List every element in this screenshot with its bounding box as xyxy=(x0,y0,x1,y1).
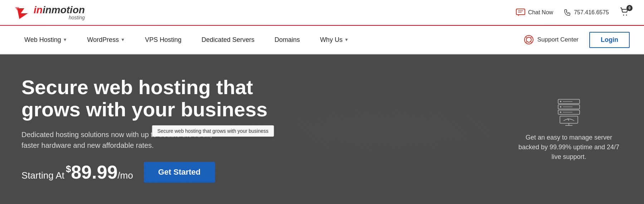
hero-section: Secure web hosting that grows with your … xyxy=(0,54,644,204)
nav-item-why-us[interactable]: Why Us ▼ xyxy=(310,25,358,54)
nav-item-web-hosting[interactable]: Web Hosting ▼ xyxy=(14,25,77,54)
get-started-button[interactable]: Get Started xyxy=(144,162,215,183)
chevron-down-icon: ▼ xyxy=(344,37,348,42)
top-bar: ininmotion hosting Chat Now 757.416.6575… xyxy=(0,0,644,25)
svg-rect-23 xyxy=(560,116,578,123)
hero-title: Secure web hosting that grows with your … xyxy=(21,76,272,120)
chat-now-link[interactable]: Chat Now xyxy=(516,9,553,16)
nav-item-wordpress[interactable]: WordPress ▼ xyxy=(77,25,135,54)
svg-line-11 xyxy=(530,37,532,38)
phone-number: 757.416.6575 xyxy=(574,9,609,16)
hero-price: $89.99/mo xyxy=(66,161,133,183)
svg-point-17 xyxy=(560,101,561,102)
svg-point-7 xyxy=(626,14,627,15)
svg-line-10 xyxy=(526,37,527,38)
support-center-label: Support Center xyxy=(537,36,579,43)
svg-line-13 xyxy=(530,42,532,43)
nav-item-dedicated-servers[interactable]: Dedicated Servers xyxy=(191,25,264,54)
svg-rect-2 xyxy=(516,9,525,15)
hero-right-panel: Get an easy to manage server backed by 9… xyxy=(515,98,623,162)
price-symbol: $ xyxy=(66,163,71,174)
svg-marker-0 xyxy=(17,8,28,19)
nav-label-dedicated-servers: Dedicated Servers xyxy=(201,36,254,44)
logo-text: ininmotion hosting xyxy=(34,5,85,20)
support-center-link[interactable]: Support Center xyxy=(517,35,586,45)
logo-icon xyxy=(14,5,31,20)
nav-label-wordpress: WordPress xyxy=(87,36,119,44)
svg-line-26 xyxy=(568,118,569,121)
logo-brand: ininmotion xyxy=(34,5,85,15)
login-button[interactable]: Login xyxy=(589,32,630,48)
nav-label-domains: Domains xyxy=(274,36,300,44)
hero-price-row: Starting At $89.99/mo Get Started xyxy=(21,161,272,183)
chevron-down-icon: ▼ xyxy=(63,37,67,42)
nav-label-why-us: Why Us xyxy=(320,36,342,44)
nav-bar: Web Hosting ▼ WordPress ▼ VPS Hosting De… xyxy=(0,26,644,54)
starting-at-label: Starting At xyxy=(21,170,64,181)
nav-label-vps-hosting: VPS Hosting xyxy=(145,36,181,44)
svg-point-8 xyxy=(525,35,533,44)
svg-line-12 xyxy=(526,42,527,43)
hero-right-description: Get an easy to manage server backed by 9… xyxy=(515,133,623,162)
cart-badge: 0 xyxy=(626,5,633,11)
chat-now-label: Chat Now xyxy=(528,9,553,16)
cart-button[interactable]: 0 xyxy=(620,7,630,18)
chat-icon xyxy=(516,9,525,16)
svg-point-19 xyxy=(560,112,561,113)
server-icon xyxy=(553,98,585,126)
hero-price-block: Starting At $89.99/mo xyxy=(21,161,133,183)
nav-label-web-hosting: Web Hosting xyxy=(24,36,61,44)
support-icon xyxy=(524,35,534,45)
nav-item-vps-hosting[interactable]: VPS Hosting xyxy=(135,25,191,54)
phone-link[interactable]: 757.416.6575 xyxy=(564,9,609,16)
svg-point-6 xyxy=(623,14,624,15)
nav-item-domains[interactable]: Domains xyxy=(264,25,310,54)
svg-point-18 xyxy=(560,106,561,108)
logo-sub: hosting xyxy=(34,15,85,20)
chevron-down-icon: ▼ xyxy=(121,37,125,42)
price-unit: /mo xyxy=(118,170,133,181)
logo[interactable]: ininmotion hosting xyxy=(14,5,85,20)
phone-icon xyxy=(564,9,571,16)
tooltip-text: Secure web hosting that grows with your … xyxy=(152,125,274,137)
logo-area: ininmotion hosting xyxy=(14,5,85,20)
